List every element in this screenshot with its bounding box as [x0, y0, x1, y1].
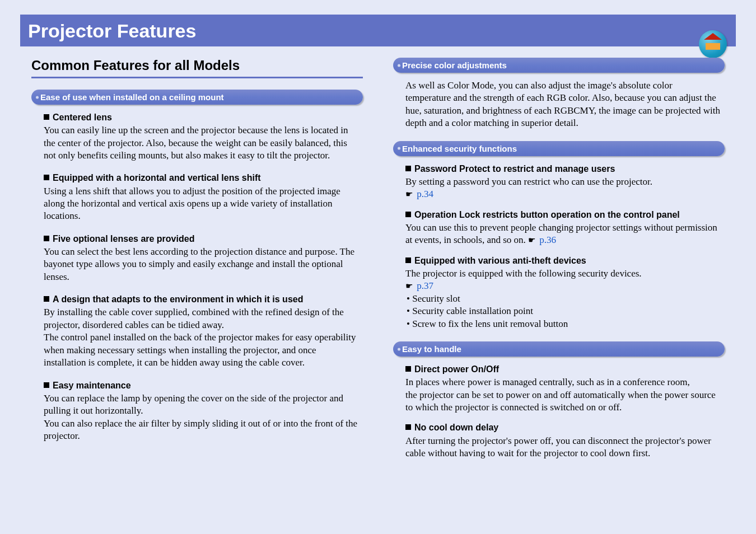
list-item: Security slot	[407, 293, 720, 305]
link-p36[interactable]: p.36	[539, 235, 556, 245]
sub-easy-maintenance: Easy maintenance	[44, 380, 358, 391]
section-head-security: Enhanced security functions	[393, 141, 725, 156]
body-text: The projector is equipped with the follo…	[405, 268, 720, 280]
body-text: Using a lens shift that allows you to ad…	[44, 185, 358, 223]
body-text: By setting a password you can restrict w…	[405, 176, 720, 188]
body-text: As well as Color Mode, you can also adju…	[405, 79, 720, 130]
home-icon	[699, 30, 727, 58]
body-text: at events, in schools, and so on. ☛ p.36	[405, 234, 720, 246]
bullet-list: Security slot Security cable installatio…	[405, 293, 720, 330]
list-item: Security cable installation point	[407, 305, 720, 317]
sub-no-cooldown: No cool down delay	[405, 421, 720, 433]
sub-five-lenses: Five optional lenses are provided	[44, 233, 358, 245]
right-column: Precise color adjustments As well as Col…	[393, 58, 725, 471]
sub-centered-lens: Centered lens	[44, 111, 358, 123]
sub-anti-theft: Equipped with various anti-theft devices	[405, 255, 720, 266]
pointer-icon: ☛	[405, 281, 413, 292]
body-text: You can replace the lamp by opening the …	[44, 392, 358, 443]
body-text: In places where power is managed central…	[405, 376, 720, 414]
sub-password-protect: Password Protect to restrict and manage …	[405, 163, 720, 175]
pointer-icon: ☛	[528, 235, 535, 246]
sub-lens-shift: Equipped with a horizontal and vertical …	[44, 172, 358, 184]
sub-direct-power: Direct power On/Off	[405, 363, 720, 375]
list-item: Screw to fix the lens unit removal butto…	[407, 318, 720, 330]
body-text: You can select the best lens according t…	[44, 246, 358, 283]
sub-design-adapts: A design that adapts to the environment …	[44, 293, 358, 305]
section-head-color: Precise color adjustments	[393, 58, 725, 73]
section-heading: Common Features for all Models	[31, 58, 363, 73]
body-text: After turning the projector's power off,…	[405, 435, 720, 460]
sub-operation-lock: Operation Lock restricts button operatio…	[405, 209, 720, 221]
body-text: You can use this to prevent people chang…	[405, 222, 720, 234]
left-column: Common Features for all Models Ease of u…	[31, 58, 363, 471]
body-text: By installing the cable cover supplied, …	[44, 306, 358, 369]
link-p34[interactable]: p.34	[417, 189, 433, 199]
section-head-ease-of-use: Ease of use when installed on a ceiling …	[31, 90, 363, 105]
heading-rule	[31, 77, 363, 78]
link-p37[interactable]: p.37	[417, 280, 433, 291]
pointer-icon: ☛	[405, 189, 413, 200]
page-title: Projector Features	[28, 20, 196, 42]
section-head-easy-handle: Easy to handle	[393, 341, 725, 357]
title-bar: Projector Features	[20, 15, 736, 46]
body-text: You can easily line up the screen and th…	[44, 124, 358, 162]
